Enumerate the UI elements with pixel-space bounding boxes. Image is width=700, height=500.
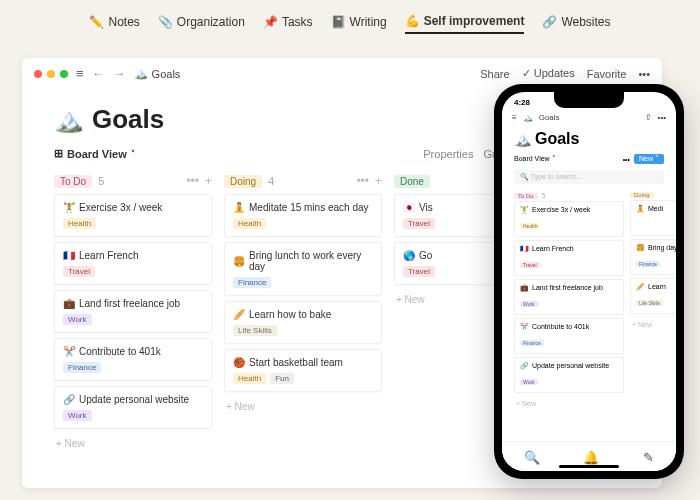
tag: Health (233, 218, 266, 229)
column-count: 4 (268, 175, 274, 187)
phone-new-card[interactable]: + New (514, 396, 624, 411)
tab-writing[interactable]: 📓Writing (331, 14, 387, 34)
favorite-button[interactable]: Favorite (587, 68, 627, 80)
phone-crumb[interactable]: Goals (539, 113, 560, 122)
column-doing: Doing4•••+🧘Meditate 15 mins each dayHeal… (224, 172, 382, 453)
phone-card[interactable]: 🥖LearnLife Skills (630, 278, 676, 314)
column-add-icon[interactable]: + (375, 174, 382, 188)
card[interactable]: 🏀Start basketball teamHealthFun (224, 349, 382, 392)
tag: Fun (270, 373, 294, 384)
phone-view-row: Board View ˅ ••• New ˅ (502, 152, 676, 168)
page-icon[interactable]: 🏔️ (54, 106, 84, 134)
close-dot[interactable] (34, 70, 42, 78)
phone-kanban: To Do5🏋️Exercise 3x / weekHealth🇫🇷Learn … (502, 188, 676, 413)
home-indicator[interactable] (559, 465, 619, 468)
phone-more-icon[interactable]: ••• (658, 113, 666, 122)
phone-card[interactable]: 🍔Bring dayFinance (630, 239, 676, 275)
column-count: 5 (98, 175, 104, 187)
back-icon[interactable]: ← (92, 66, 105, 81)
tag: Life Skills (233, 325, 277, 336)
updates-button[interactable]: ✓ Updates (522, 67, 575, 80)
properties-button[interactable]: Properties (423, 148, 473, 160)
tab-organization[interactable]: 📎Organization (158, 14, 245, 34)
phone-page-icon[interactable]: 🏔️ (514, 131, 531, 147)
card[interactable]: 💼Land first freelance jobWork (54, 290, 212, 333)
column-label[interactable]: To Do (54, 175, 92, 188)
share-button[interactable]: Share (480, 68, 509, 80)
phone-search-input[interactable]: 🔍 Type to search... (514, 170, 664, 184)
phone-card[interactable]: 🔗Update personal websiteWork (514, 357, 624, 393)
phone-mockup: 4:28 ≡ 🏔️ Goals ⇧ ••• 🏔️ Goals Board Vie… (494, 84, 684, 479)
card[interactable]: 🧘Meditate 15 mins each dayHealth (224, 194, 382, 237)
phone-nav-compose-icon[interactable]: ✎ (643, 450, 654, 465)
phone-menu-icon[interactable]: ≡ (512, 113, 517, 122)
card[interactable]: 🥖Learn how to bakeLife Skills (224, 301, 382, 344)
page-heading[interactable]: Goals (92, 104, 164, 135)
board-view-selector[interactable]: ⊞ Board View ˅ (54, 147, 135, 160)
column-to-do: To Do5•••+🏋️Exercise 3x / weekHealth🇫🇷Le… (54, 172, 212, 453)
phone-nav-search-icon[interactable]: 🔍 (524, 450, 540, 465)
phone-column: To Do5🏋️Exercise 3x / weekHealth🇫🇷Learn … (514, 190, 624, 411)
window-controls[interactable] (34, 70, 68, 78)
tag: Work (63, 314, 92, 325)
phone-page-title: 🏔️ Goals (502, 124, 676, 152)
column-add-icon[interactable]: + (205, 174, 212, 188)
phone-card[interactable]: 💼Land first freelance jobWork (514, 279, 624, 315)
more-icon[interactable]: ••• (638, 68, 650, 80)
phone-heading[interactable]: Goals (535, 130, 579, 148)
phone-col-label[interactable]: Doing (630, 192, 654, 198)
column-label[interactable]: Doing (224, 175, 262, 188)
phone-share-icon[interactable]: ⇧ (645, 113, 652, 122)
tab-self-improvement[interactable]: 💪Self improvement (405, 14, 525, 34)
tag: Travel (63, 266, 95, 277)
phone-card[interactable]: ✂️Contribute to 401kFinance (514, 318, 624, 354)
menu-icon[interactable]: ≡ (76, 66, 84, 81)
max-dot[interactable] (60, 70, 68, 78)
tag: Finance (63, 362, 101, 373)
phone-new-card[interactable]: + New (630, 317, 676, 332)
phone-nav-bell-icon[interactable]: 🔔 (583, 450, 599, 465)
min-dot[interactable] (47, 70, 55, 78)
card[interactable]: 🍔Bring lunch to work every dayFinance (224, 242, 382, 296)
phone-view-more[interactable]: ••• (623, 156, 630, 163)
tab-tasks[interactable]: 📌Tasks (263, 14, 313, 34)
card[interactable]: ✂️Contribute to 401kFinance (54, 338, 212, 381)
phone-notch (554, 92, 624, 108)
tag: Health (233, 373, 266, 384)
crumb-icon: 🏔️ (134, 67, 148, 80)
phone-card[interactable]: 🧘Medi (630, 200, 676, 236)
new-card-button[interactable]: + New (224, 397, 382, 416)
tab-websites[interactable]: 🔗Websites (542, 14, 610, 34)
phone-titlebar: ≡ 🏔️ Goals ⇧ ••• (502, 107, 676, 124)
phone-column: Doing🧘Medi🍔Bring dayFinance🥖LearnLife Sk… (630, 190, 676, 411)
tag: Health (63, 218, 96, 229)
tag: Work (63, 410, 92, 421)
phone-crumb-icon: 🏔️ (523, 113, 533, 122)
tab-notes[interactable]: ✏️Notes (89, 14, 139, 34)
phone-card[interactable]: 🇫🇷Learn FrenchTravel (514, 240, 624, 276)
breadcrumb[interactable]: 🏔️ Goals (134, 67, 181, 80)
card[interactable]: 🏋️Exercise 3x / weekHealth (54, 194, 212, 237)
column-label[interactable]: Done (394, 175, 430, 188)
phone-boardview[interactable]: Board View ˅ (514, 155, 556, 163)
category-tabs: ✏️Notes📎Organization📌Tasks📓Writing💪Self … (0, 0, 700, 44)
tag: Travel (403, 218, 435, 229)
tag: Travel (403, 266, 435, 277)
column-more-icon[interactable]: ••• (356, 174, 369, 188)
phone-col-label[interactable]: To Do (514, 193, 538, 199)
new-card-button[interactable]: + New (54, 434, 212, 453)
phone-new-button[interactable]: New ˅ (634, 154, 664, 164)
tag: Finance (233, 277, 271, 288)
phone-card[interactable]: 🏋️Exercise 3x / weekHealth (514, 201, 624, 237)
card[interactable]: 🇫🇷Learn FrenchTravel (54, 242, 212, 285)
column-more-icon[interactable]: ••• (186, 174, 199, 188)
card[interactable]: 🔗Update personal websiteWork (54, 386, 212, 429)
forward-icon[interactable]: → (113, 66, 126, 81)
crumb-title: Goals (152, 68, 181, 80)
